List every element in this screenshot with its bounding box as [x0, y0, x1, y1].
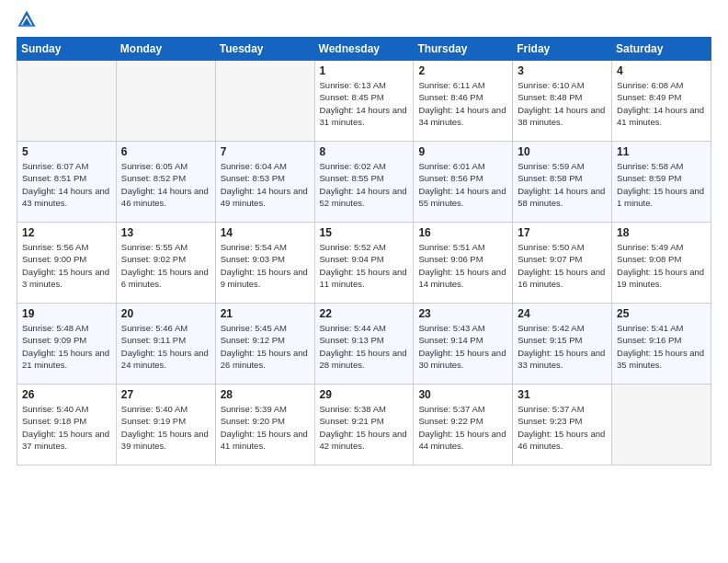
calendar-cell: 5Sunrise: 6:07 AM Sunset: 8:51 PM Daylig…: [17, 142, 117, 223]
calendar-cell: 6Sunrise: 6:05 AM Sunset: 8:52 PM Daylig…: [116, 142, 215, 223]
calendar-cell: 30Sunrise: 5:37 AM Sunset: 9:22 PM Dayli…: [414, 385, 513, 465]
day-number: 24: [518, 307, 607, 320]
calendar-cell: 20Sunrise: 5:46 AM Sunset: 9:11 PM Dayli…: [116, 304, 215, 385]
calendar-cell: 12Sunrise: 5:56 AM Sunset: 9:00 PM Dayli…: [17, 223, 117, 304]
day-info: Sunrise: 6:10 AM Sunset: 8:48 PM Dayligh…: [518, 79, 607, 128]
day-number: 30: [418, 388, 507, 401]
day-info: Sunrise: 5:45 AM Sunset: 9:12 PM Dayligh…: [221, 322, 310, 371]
day-number: 17: [518, 226, 607, 239]
calendar-cell: 11Sunrise: 5:58 AM Sunset: 8:59 PM Dayli…: [612, 142, 711, 223]
day-number: 21: [221, 307, 310, 320]
calendar-cell: 21Sunrise: 5:45 AM Sunset: 9:12 PM Dayli…: [215, 304, 314, 385]
day-number: 1: [320, 64, 409, 77]
day-info: Sunrise: 6:02 AM Sunset: 8:55 PM Dayligh…: [320, 160, 409, 209]
day-info: Sunrise: 5:44 AM Sunset: 9:13 PM Dayligh…: [320, 322, 409, 371]
calendar-cell: [215, 61, 314, 142]
day-info: Sunrise: 6:13 AM Sunset: 8:45 PM Dayligh…: [320, 79, 409, 128]
day-info: Sunrise: 5:50 AM Sunset: 9:07 PM Dayligh…: [518, 241, 607, 290]
calendar-cell: 28Sunrise: 5:39 AM Sunset: 9:20 PM Dayli…: [215, 385, 314, 465]
day-number: 28: [221, 388, 310, 401]
col-header-wednesday: Wednesday: [314, 38, 414, 61]
day-number: 16: [418, 226, 507, 239]
day-number: 23: [418, 307, 507, 320]
col-header-sunday: Sunday: [17, 38, 117, 61]
day-info: Sunrise: 6:08 AM Sunset: 8:49 PM Dayligh…: [617, 79, 706, 128]
day-number: 29: [320, 388, 409, 401]
calendar-cell: 4Sunrise: 6:08 AM Sunset: 8:49 PM Daylig…: [612, 61, 711, 142]
col-header-friday: Friday: [513, 38, 612, 61]
day-info: Sunrise: 5:58 AM Sunset: 8:59 PM Dayligh…: [617, 160, 706, 209]
calendar-cell: 15Sunrise: 5:52 AM Sunset: 9:04 PM Dayli…: [314, 223, 414, 304]
day-info: Sunrise: 6:11 AM Sunset: 8:46 PM Dayligh…: [418, 79, 507, 128]
week-row-1: 1Sunrise: 6:13 AM Sunset: 8:45 PM Daylig…: [17, 61, 711, 142]
calendar-cell: 31Sunrise: 5:37 AM Sunset: 9:23 PM Dayli…: [513, 385, 612, 465]
logo-icon: [17, 9, 37, 29]
day-number: 14: [221, 226, 310, 239]
day-info: Sunrise: 5:42 AM Sunset: 9:15 PM Dayligh…: [518, 322, 607, 371]
day-info: Sunrise: 6:04 AM Sunset: 8:53 PM Dayligh…: [221, 160, 310, 209]
calendar-cell: 13Sunrise: 5:55 AM Sunset: 9:02 PM Dayli…: [116, 223, 215, 304]
day-number: 13: [121, 226, 210, 239]
calendar-cell: [612, 385, 711, 465]
day-info: Sunrise: 5:43 AM Sunset: 9:14 PM Dayligh…: [418, 322, 507, 371]
calendar-cell: 19Sunrise: 5:48 AM Sunset: 9:09 PM Dayli…: [17, 304, 117, 385]
col-header-saturday: Saturday: [612, 38, 711, 61]
day-number: 27: [121, 388, 210, 401]
calendar-cell: 27Sunrise: 5:40 AM Sunset: 9:19 PM Dayli…: [116, 385, 215, 465]
day-number: 8: [320, 145, 409, 158]
calendar-cell: 7Sunrise: 6:04 AM Sunset: 8:53 PM Daylig…: [215, 142, 314, 223]
col-header-tuesday: Tuesday: [215, 38, 314, 61]
day-number: 5: [22, 145, 111, 158]
day-number: 20: [121, 307, 210, 320]
week-row-4: 19Sunrise: 5:48 AM Sunset: 9:09 PM Dayli…: [17, 304, 711, 385]
day-number: 26: [22, 388, 111, 401]
calendar-cell: 17Sunrise: 5:50 AM Sunset: 9:07 PM Dayli…: [513, 223, 612, 304]
day-number: 19: [22, 307, 111, 320]
day-number: 9: [418, 145, 507, 158]
day-info: Sunrise: 5:39 AM Sunset: 9:20 PM Dayligh…: [221, 403, 310, 452]
calendar-cell: 26Sunrise: 5:40 AM Sunset: 9:18 PM Dayli…: [17, 385, 117, 465]
col-header-monday: Monday: [116, 38, 215, 61]
calendar-cell: 22Sunrise: 5:44 AM Sunset: 9:13 PM Dayli…: [314, 304, 414, 385]
day-info: Sunrise: 5:55 AM Sunset: 9:02 PM Dayligh…: [121, 241, 210, 290]
day-info: Sunrise: 5:52 AM Sunset: 9:04 PM Dayligh…: [320, 241, 409, 290]
day-info: Sunrise: 5:51 AM Sunset: 9:06 PM Dayligh…: [418, 241, 507, 290]
calendar: SundayMondayTuesdayWednesdayThursdayFrid…: [17, 37, 711, 465]
calendar-cell: 25Sunrise: 5:41 AM Sunset: 9:16 PM Dayli…: [612, 304, 711, 385]
calendar-cell: [17, 61, 117, 142]
day-number: 12: [22, 226, 111, 239]
calendar-cell: 8Sunrise: 6:02 AM Sunset: 8:55 PM Daylig…: [314, 142, 414, 223]
calendar-cell: 18Sunrise: 5:49 AM Sunset: 9:08 PM Dayli…: [612, 223, 711, 304]
day-info: Sunrise: 6:05 AM Sunset: 8:52 PM Dayligh…: [121, 160, 210, 209]
calendar-cell: [116, 61, 215, 142]
week-row-2: 5Sunrise: 6:07 AM Sunset: 8:51 PM Daylig…: [17, 142, 711, 223]
calendar-cell: 24Sunrise: 5:42 AM Sunset: 9:15 PM Dayli…: [513, 304, 612, 385]
calendar-cell: 14Sunrise: 5:54 AM Sunset: 9:03 PM Dayli…: [215, 223, 314, 304]
day-number: 3: [518, 64, 607, 77]
day-number: 4: [617, 64, 706, 77]
calendar-header-row: SundayMondayTuesdayWednesdayThursdayFrid…: [17, 38, 711, 61]
calendar-cell: 9Sunrise: 6:01 AM Sunset: 8:56 PM Daylig…: [414, 142, 513, 223]
day-number: 11: [617, 145, 706, 158]
calendar-cell: 23Sunrise: 5:43 AM Sunset: 9:14 PM Dayli…: [414, 304, 513, 385]
day-info: Sunrise: 5:48 AM Sunset: 9:09 PM Dayligh…: [22, 322, 111, 371]
day-number: 25: [617, 307, 706, 320]
day-number: 22: [320, 307, 409, 320]
day-info: Sunrise: 5:40 AM Sunset: 9:19 PM Dayligh…: [121, 403, 210, 452]
day-info: Sunrise: 5:40 AM Sunset: 9:18 PM Dayligh…: [22, 403, 111, 452]
header: [17, 9, 711, 29]
day-number: 6: [121, 145, 210, 158]
day-info: Sunrise: 5:37 AM Sunset: 9:22 PM Dayligh…: [418, 403, 507, 452]
day-info: Sunrise: 5:56 AM Sunset: 9:00 PM Dayligh…: [22, 241, 111, 290]
day-info: Sunrise: 5:54 AM Sunset: 9:03 PM Dayligh…: [221, 241, 310, 290]
day-info: Sunrise: 5:38 AM Sunset: 9:21 PM Dayligh…: [320, 403, 409, 452]
calendar-cell: 1Sunrise: 6:13 AM Sunset: 8:45 PM Daylig…: [314, 61, 414, 142]
day-number: 31: [518, 388, 607, 401]
day-number: 10: [518, 145, 607, 158]
day-info: Sunrise: 5:49 AM Sunset: 9:08 PM Dayligh…: [617, 241, 706, 290]
week-row-5: 26Sunrise: 5:40 AM Sunset: 9:18 PM Dayli…: [17, 385, 711, 465]
col-header-thursday: Thursday: [414, 38, 513, 61]
page: SundayMondayTuesdayWednesdayThursdayFrid…: [0, 0, 728, 563]
day-info: Sunrise: 5:46 AM Sunset: 9:11 PM Dayligh…: [121, 322, 210, 371]
week-row-3: 12Sunrise: 5:56 AM Sunset: 9:00 PM Dayli…: [17, 223, 711, 304]
